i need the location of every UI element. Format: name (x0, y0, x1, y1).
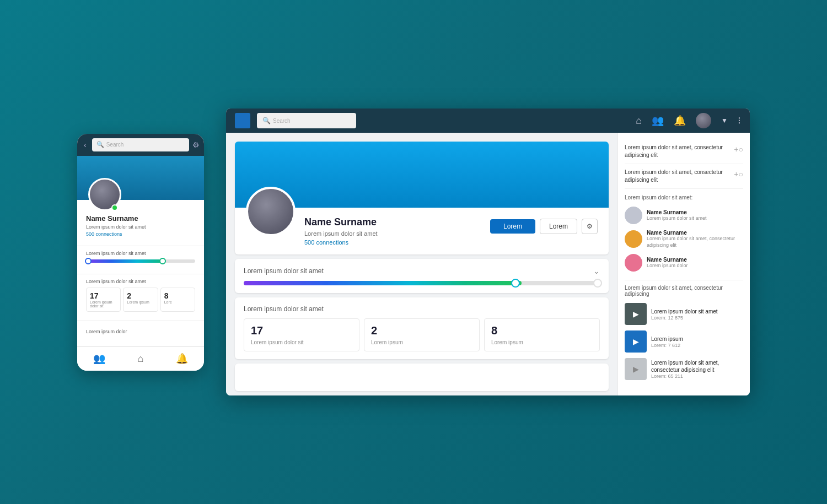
phone-slider-thumb-left[interactable] (85, 258, 92, 264)
desktop-stat-card-0: 17 Lorem ipsum dolor sit (244, 318, 359, 351)
desktop-stat-card-1: 2 Lorem ipsum (364, 318, 480, 351)
sidebar-video-info-1: Lorem ipsum Lorem: 7 612 (651, 335, 683, 348)
phone-topbar: ‹ 🔍 Search ⚙ (77, 134, 204, 156)
phone-lorem-section: Lorem ipsum dolor (77, 326, 204, 337)
desktop-stat-label-1: Lorem ipsum (371, 339, 472, 345)
sidebar-video-row-0: ▶ Lorem ipsum dolor sit amet Lorem: 12 8… (625, 300, 743, 328)
desktop-profile-text: Name Surname Lorem ipsum dolor sit amet … (304, 214, 481, 246)
desktop-search-bar[interactable]: 🔍 Search (257, 113, 356, 128)
sidebar-person-info-1: Name Surname Lorem ipsum dolor sit amet,… (647, 230, 743, 248)
sidebar-video-title-0: Lorem ipsum dolor sit amet (651, 308, 718, 315)
phone-slider-track[interactable] (86, 259, 195, 263)
sidebar-video-thumb-2[interactable]: ▶ (625, 358, 647, 380)
secondary-action-button[interactable]: Lorem (540, 219, 577, 234)
phone-stats-section: Lorem ipsum dolor sit amet 17 Lorem ipsu… (77, 279, 204, 316)
desktop-slider-card: Lorem ipsum dolor sit amet ⌄ (235, 259, 609, 293)
sidebar-person-row-2: Name Surname Lorem ipsum dolor (625, 251, 743, 274)
desktop-slider-header: Lorem ipsum dolor sit amet ⌄ (244, 267, 600, 275)
phone-slider-section: Lorem ipsum dolor sit amet (77, 251, 204, 269)
desktop-slider-track[interactable] (244, 281, 600, 285)
phone-slider-label: Lorem ipsum dolor sit amet (86, 251, 195, 256)
desktop-center: Name Surname Lorem ipsum dolor sit amet … (226, 133, 617, 395)
phone-slider-fill (86, 259, 163, 263)
phone-search-bar[interactable]: 🔍 Search (92, 138, 189, 151)
desktop-slider-thumb-right[interactable] (593, 279, 602, 288)
desktop-avatar (246, 187, 296, 236)
sidebar-video-info-0: Lorem ipsum dolor sit amet Lorem: 12 875 (651, 308, 718, 321)
desktop-search-placeholder: Search (273, 118, 291, 124)
desktop-profile-subtitle: Lorem ipsum dolor sit amet (304, 230, 481, 237)
sidebar-person-subtitle-1: Lorem ipsum dolor sit amet, consectetur … (647, 236, 743, 248)
search-icon: 🔍 (262, 117, 271, 124)
phone-bottom-nav: 👥 ⌂ 🔔 (77, 346, 204, 371)
desktop-slider-fill (244, 281, 522, 285)
home-icon[interactable]: ⌂ (636, 115, 642, 127)
sidebar-person-name-2: Name Surname (647, 257, 688, 263)
desktop-stat-num-1: 2 (371, 324, 472, 337)
desktop-stat-num-0: 17 (251, 324, 352, 337)
desktop-profile-card: Name Surname Lorem ipsum dolor sit amet … (235, 142, 609, 254)
desktop-connections[interactable]: 500 connections (304, 239, 481, 246)
sidebar-video-thumb-1[interactable]: ▶ (625, 330, 647, 353)
primary-action-button[interactable]: Lorem (490, 219, 535, 234)
phone-stat-card-1: 2 Lorem ipsum (123, 288, 158, 312)
desktop-avatar-wrap (246, 187, 296, 236)
phone-profile-name: Name Surname (86, 214, 195, 223)
play-icon-2: ▶ (633, 365, 639, 373)
sidebar-video-sub-2: Lorem: 65 211 (651, 373, 743, 379)
phone-search-placeholder: Search (106, 142, 124, 148)
chevron-down-icon[interactable]: ⌄ (593, 267, 600, 275)
bell-icon[interactable]: 🔔 (176, 353, 188, 365)
phone-online-badge (111, 204, 118, 211)
desktop-slider-title: Lorem ipsum dolor sit amet (244, 267, 324, 275)
home-icon[interactable]: ⌂ (138, 353, 144, 365)
desktop-stat-label-0: Lorem ipsum dolor sit (251, 339, 352, 345)
chevron-down-icon[interactable]: ▼ (721, 117, 728, 124)
sidebar-video-title-1: Lorem ipsum (651, 335, 683, 343)
desktop-logo[interactable] (235, 113, 250, 128)
sidebar-video-info-2: Lorem ipsum dolor sit amet, consectetur … (651, 359, 743, 379)
sidebar-video-thumb-0[interactable]: ▶ (625, 303, 647, 325)
phone-stats-row: 17 Lorem ipsum dolor sit 2 Lorem ipsum 8… (86, 288, 195, 312)
sidebar-section1-title: Lorem ipsum dolor sit amet: (625, 194, 743, 200)
phone-stat-num-0: 17 (90, 291, 117, 300)
phone-stat-label-1: Lorem ipsum (127, 300, 154, 304)
sidebar-plus-text-0: Lorem ipsum dolor sit amet, consectetur … (625, 144, 729, 159)
phone-lorem-label: Lorem ipsum dolor (86, 329, 195, 334)
desktop-topbar: 🔍 Search ⌂ 👥 🔔 ▼ ⁝ (226, 109, 750, 133)
nav-avatar[interactable] (696, 113, 711, 128)
desktop-profile-bottom: Name Surname Lorem ipsum dolor sit amet … (235, 208, 609, 254)
play-icon-0: ▶ (633, 310, 639, 318)
sidebar-person-subtitle-0: Lorem ipsum dolor sit amet (647, 215, 707, 222)
gear-action-button[interactable]: ⚙ (582, 219, 598, 234)
phone-profile-subtitle: Lorem ipsum dolor sit amet (86, 224, 195, 230)
phone-stat-label-0: Lorem ipsum dolor sit (90, 300, 117, 308)
sidebar-video-title-2: Lorem ipsum dolor sit amet, consectetur … (651, 359, 743, 373)
phone-connections[interactable]: 500 connections (86, 231, 195, 237)
phone-cover (77, 156, 204, 200)
desktop-bottom-card (235, 364, 609, 391)
phone-back-button[interactable]: ‹ (82, 139, 89, 150)
sidebar-section2-title: Lorem ipsum dolor sit amet, consectetur … (625, 280, 743, 297)
desktop-stats-title: Lorem ipsum dolor sit amet (244, 305, 600, 313)
desktop-slider-thumb[interactable] (511, 279, 520, 288)
sidebar-person-row-0: Name Surname Lorem ipsum dolor sit amet (625, 204, 743, 227)
sidebar-person-avatar-1 (625, 230, 642, 248)
plus-icon-1[interactable]: +○ (734, 170, 743, 178)
sidebar-plus-text-1: Lorem ipsum dolor sit amet, consectetur … (625, 169, 729, 184)
phone-slider-thumb-right[interactable] (159, 258, 166, 264)
people-icon[interactable]: 👥 (93, 353, 105, 365)
bell-icon[interactable]: 🔔 (674, 115, 686, 127)
desktop-nav-icons: ⌂ 👥 🔔 ▼ ⁝ (636, 113, 741, 128)
phone-stats-label: Lorem ipsum dolor sit amet (86, 279, 195, 284)
people-icon[interactable]: 👥 (652, 115, 664, 127)
grid-icon[interactable]: ⁝ (738, 115, 741, 127)
plus-icon-0[interactable]: +○ (734, 145, 743, 154)
sidebar-video-sub-0: Lorem: 12 875 (651, 315, 718, 321)
desktop-main: Name Surname Lorem ipsum dolor sit amet … (226, 133, 750, 395)
sidebar-person-subtitle-2: Lorem ipsum dolor (647, 263, 688, 269)
desktop-mockup: 🔍 Search ⌂ 👥 🔔 ▼ ⁝ (226, 109, 750, 395)
desktop-stat-card-2: 8 Lorem ipsum (484, 318, 600, 351)
sidebar-person-info-2: Name Surname Lorem ipsum dolor (647, 257, 688, 269)
gear-icon[interactable]: ⚙ (192, 140, 200, 149)
